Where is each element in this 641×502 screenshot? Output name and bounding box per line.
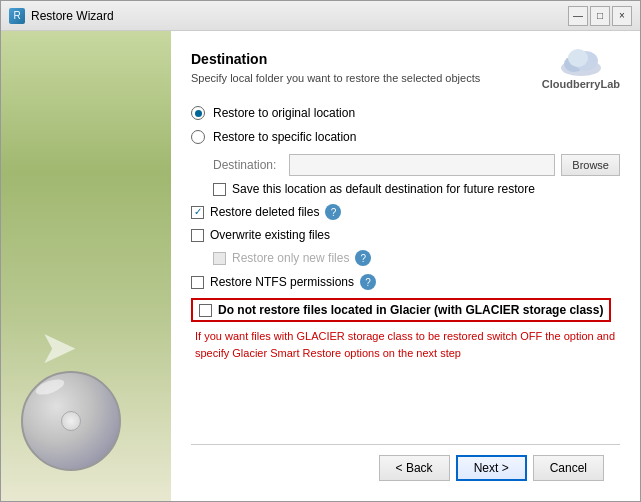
restore-deleted-help-icon[interactable]: ?: [325, 204, 341, 220]
close-button[interactable]: ×: [612, 6, 632, 26]
restore-deleted-label: Restore deleted files: [210, 205, 319, 219]
form-content: Restore to original location Restore to …: [191, 106, 620, 444]
brand-name: CloudberryLab: [542, 78, 620, 90]
restore-specific-radio[interactable]: [191, 130, 205, 144]
svg-point-3: [568, 49, 588, 67]
cd-decoration: [21, 371, 131, 481]
destination-input[interactable]: [289, 154, 555, 176]
arrow-decoration: ➤: [41, 325, 75, 371]
browse-button[interactable]: Browse: [561, 154, 620, 176]
restore-original-label: Restore to original location: [213, 106, 355, 120]
panel-title: Destination: [191, 51, 480, 67]
restore-specific-option[interactable]: Restore to specific location: [191, 130, 620, 144]
window-title: Restore Wizard: [31, 9, 568, 23]
overwrite-checkbox[interactable]: [191, 229, 204, 242]
main-panel: Destination Specify local folder you wan…: [171, 31, 640, 501]
cloudberry-logo: CloudberryLab: [542, 46, 620, 90]
restore-ntfs-help-icon[interactable]: ?: [360, 274, 376, 290]
save-location-checkbox[interactable]: [213, 183, 226, 196]
next-button[interactable]: Next >: [456, 455, 527, 481]
restore-ntfs-checkbox[interactable]: [191, 276, 204, 289]
save-location-label: Save this location as default destinatio…: [232, 182, 535, 196]
restore-new-only-checkbox: [213, 252, 226, 265]
save-location-row: Save this location as default destinatio…: [213, 182, 620, 196]
restore-original-option[interactable]: Restore to original location: [191, 106, 620, 120]
content-area: ➤ Destination Specify local folder you w…: [1, 31, 640, 501]
restore-new-only-label: Restore only new files: [232, 251, 349, 265]
sidebar: ➤: [1, 31, 171, 501]
restore-new-only-help-icon[interactable]: ?: [355, 250, 371, 266]
restore-original-radio[interactable]: [191, 106, 205, 120]
title-bar: R Restore Wizard — □ ×: [1, 1, 640, 31]
restore-deleted-row[interactable]: Restore deleted files ?: [191, 204, 620, 220]
wizard-window: R Restore Wizard — □ × ➤ Destination: [0, 0, 641, 502]
cloudberry-icon: [556, 46, 606, 78]
glacier-checkbox[interactable]: [199, 304, 212, 317]
restore-new-only-row: Restore only new files ?: [213, 250, 620, 266]
minimize-button[interactable]: —: [568, 6, 588, 26]
restore-ntfs-label: Restore NTFS permissions: [210, 275, 354, 289]
restore-specific-label: Restore to specific location: [213, 130, 356, 144]
panel-header: Destination Specify local folder you wan…: [191, 51, 620, 90]
restore-ntfs-row[interactable]: Restore NTFS permissions ?: [191, 274, 620, 290]
destination-row: Destination: Browse: [213, 154, 620, 176]
cancel-button[interactable]: Cancel: [533, 455, 604, 481]
footer: < Back Next > Cancel: [191, 444, 620, 491]
maximize-button[interactable]: □: [590, 6, 610, 26]
glacier-section: Do not restore files located in Glacier …: [191, 298, 620, 361]
glacier-row[interactable]: Do not restore files located in Glacier …: [191, 298, 611, 322]
overwrite-label: Overwrite existing files: [210, 228, 330, 242]
header-text: Destination Specify local folder you wan…: [191, 51, 480, 86]
restore-deleted-checkbox[interactable]: [191, 206, 204, 219]
overwrite-row[interactable]: Overwrite existing files: [191, 228, 620, 242]
window-icon: R: [9, 8, 25, 24]
panel-subtitle: Specify local folder you want to restore…: [191, 71, 480, 86]
window-controls: — □ ×: [568, 6, 632, 26]
destination-label: Destination:: [213, 158, 283, 172]
specific-location-area: Destination: Browse Save this location a…: [213, 154, 620, 196]
back-button[interactable]: < Back: [379, 455, 450, 481]
glacier-info: If you want files with GLACIER storage c…: [195, 328, 620, 361]
glacier-label: Do not restore files located in Glacier …: [218, 303, 603, 317]
